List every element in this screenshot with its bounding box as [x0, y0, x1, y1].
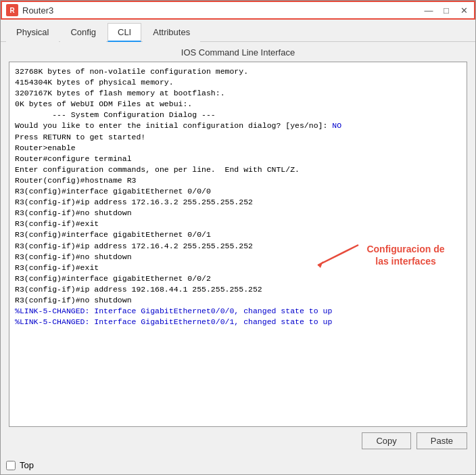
titlebar-left: R Router3: [6, 4, 53, 16]
top-checkbox[interactable]: [6, 461, 16, 470]
tab-physical[interactable]: Physical: [6, 23, 59, 42]
bottom-bar: Top: [1, 457, 475, 474]
button-row: Copy Paste: [9, 427, 467, 452]
tabbar: Physical Config CLI Attributes: [1, 20, 475, 42]
copy-button[interactable]: Copy: [362, 432, 410, 449]
svg-line-0: [318, 245, 358, 265]
section-title: IOS Command Line Interface: [9, 47, 467, 58]
titlebar-controls: — □ ✕: [423, 4, 470, 16]
top-checkbox-wrap: Top: [6, 460, 34, 470]
window-title: Router3: [22, 5, 53, 16]
maximize-button[interactable]: □: [440, 4, 452, 16]
annotation-overlay: Configuracion de las interfaces: [311, 231, 446, 272]
close-button[interactable]: ✕: [458, 4, 470, 16]
tab-cli[interactable]: CLI: [108, 23, 141, 42]
router-window: R Router3 — □ ✕ Physical Config CLI Attr…: [0, 0, 476, 475]
main-content: IOS Command Line Interface 32768K bytes …: [1, 42, 475, 457]
paste-button[interactable]: Paste: [416, 432, 467, 449]
tab-attributes[interactable]: Attributes: [143, 23, 200, 42]
terminal-wrapper: 32768K bytes of non-volatile configurati…: [9, 62, 467, 427]
annotation-text: Configuracion de las interfaces: [365, 243, 446, 267]
titlebar: R Router3 — □ ✕: [1, 1, 475, 20]
annotation-arrow-icon: [311, 238, 365, 272]
app-icon: R: [6, 4, 18, 16]
tab-config[interactable]: Config: [60, 23, 106, 42]
top-checkbox-label: Top: [20, 460, 34, 470]
minimize-button[interactable]: —: [423, 4, 435, 16]
